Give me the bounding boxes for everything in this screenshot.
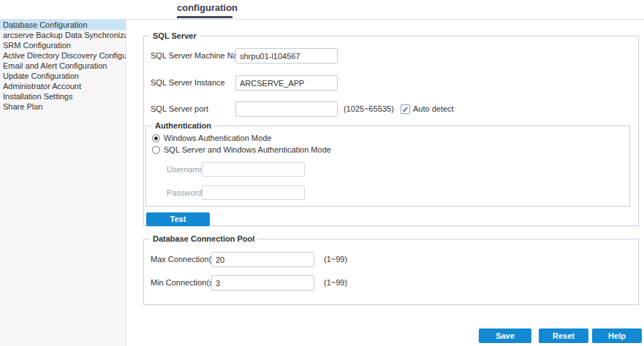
port-label: SQL Server port <box>151 101 208 117</box>
password-input[interactable] <box>202 185 305 200</box>
max-connections-input[interactable] <box>211 252 314 267</box>
port-input[interactable] <box>235 101 338 117</box>
sidebar-item-installation-settings[interactable]: Installation Settings <box>0 91 126 101</box>
max-connections-label: Max Connection(s) <box>151 252 218 267</box>
auto-detect-checkbox[interactable]: ✓ <box>401 104 410 114</box>
sql-server-legend: SQL Server <box>150 31 200 41</box>
authentication-section: Authentication Windows Authentication Mo… <box>145 126 630 207</box>
windows-auth-radio[interactable] <box>152 134 160 142</box>
configuration-page: configuration Database Configuration arc… <box>0 0 644 346</box>
username-input[interactable] <box>202 162 305 177</box>
windows-auth-label: Windows Authentication Mode <box>164 134 271 143</box>
database-connection-pool-legend: Database Connection Pool <box>150 234 257 244</box>
machine-name-label: SQL Server Machine Name <box>151 48 249 64</box>
max-connections-row: Max Connection(s) (1~99) <box>144 252 638 267</box>
instance-row: SQL Server Instance <box>144 75 638 91</box>
sidebar-item-update-configuration[interactable]: Update Configuration <box>0 71 126 81</box>
password-row: Password <box>146 185 629 201</box>
authentication-legend: Authentication <box>152 121 214 131</box>
reset-button[interactable]: Reset <box>539 328 588 343</box>
min-connections-row: Min Connection(s) (1~99) <box>144 275 638 291</box>
page-title: configuration <box>177 2 238 13</box>
check-icon: ✓ <box>401 105 409 114</box>
sidebar: Database Configuration arcserve Backup D… <box>0 20 126 346</box>
sidebar-item-srm-configuration[interactable]: SRM Configuration <box>0 40 126 50</box>
username-label: Username <box>167 162 204 177</box>
instance-input[interactable] <box>235 75 338 91</box>
port-row: SQL Server port (1025~65535) ✓ Auto dete… <box>144 101 638 117</box>
sidebar-item-database-configuration[interactable]: Database Configuration <box>0 20 126 30</box>
sql-server-section: SQL Server SQL Server Machine Name SQL S… <box>143 36 639 226</box>
sidebar-item-email-alert[interactable]: Email and Alert Configuration <box>0 61 126 71</box>
max-connections-range-hint: (1~99) <box>324 252 347 267</box>
sidebar-item-backup-data-sync[interactable]: arcserve Backup Data Synchronization Sch… <box>0 30 126 40</box>
sidebar-item-active-directory-discovery[interactable]: Active Directory Discovery Configuration <box>0 50 126 61</box>
mixed-auth-label: SQL Server and Windows Authentication Mo… <box>164 145 331 155</box>
test-button[interactable]: Test <box>146 212 210 226</box>
sidebar-item-administrator-account[interactable]: Administrator Account <box>0 81 126 91</box>
help-button[interactable]: Help <box>592 328 642 343</box>
machine-name-input[interactable] <box>235 48 338 64</box>
save-button[interactable]: Save <box>479 328 531 343</box>
sidebar-item-share-plan[interactable]: Share Plan <box>0 101 126 112</box>
username-row: Username <box>146 162 629 177</box>
mixed-auth-radio[interactable] <box>152 146 160 154</box>
instance-label: SQL Server Instance <box>151 75 225 91</box>
title-underline <box>177 16 232 18</box>
min-connections-range-hint: (1~99) <box>324 275 347 291</box>
machine-name-row: SQL Server Machine Name <box>144 48 638 64</box>
database-connection-pool-section: Database Connection Pool Max Connection(… <box>143 239 639 305</box>
auto-detect-label: Auto detect <box>413 101 454 117</box>
radio-dot <box>154 137 158 140</box>
min-connections-label: Min Connection(s) <box>151 275 216 291</box>
port-range-hint: (1025~65535) <box>344 101 394 117</box>
password-label: Password <box>167 185 202 201</box>
min-connections-input[interactable] <box>211 275 314 291</box>
